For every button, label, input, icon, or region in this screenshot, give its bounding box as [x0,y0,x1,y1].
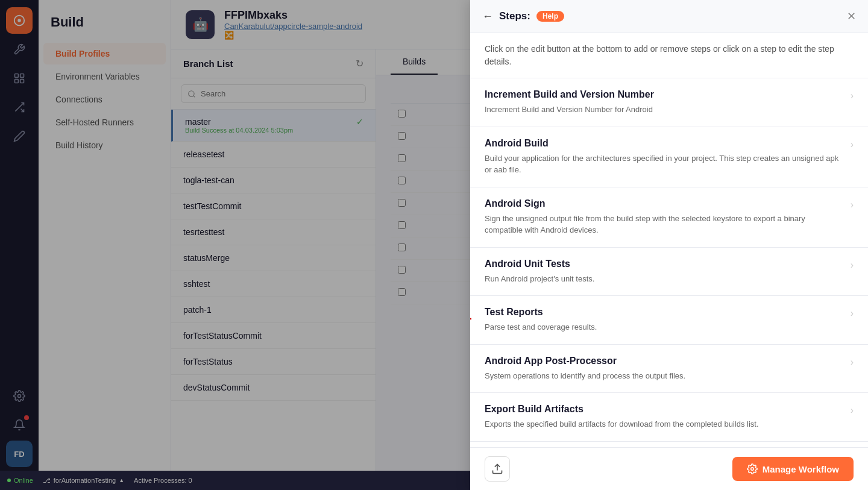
step-desc: Run Android project's unit tests. [485,273,843,285]
steps-panel: ← Steps: Help ✕ Click on the edit button… [470,0,868,490]
step-desc: Build your application for the architect… [485,152,843,176]
step-desc: Sign the unsigned output file from the b… [485,213,843,236]
step-title: Android Build [485,138,843,149]
steps-header-left: ← Steps: Help [482,10,564,23]
step-item-test-reports[interactable]: Test Reports Parse test and coverage res… [470,296,868,345]
steps-list: Increment Build and Version Number Incre… [470,78,868,447]
step-chevron-icon: › [851,260,854,271]
step-title: Android Sign [485,198,843,209]
step-chevron-icon: › [851,308,854,319]
status-processes: Active Processes: 0 [171,477,192,484]
step-content: Android App Post-Processor System operat… [485,356,843,382]
status-bar: Online ⎇ forAutomationTesting ▲ Active P… [171,471,470,490]
step-chevron-icon: › [851,90,854,101]
step-item-android-build[interactable]: Android Build Build your application for… [470,127,868,187]
red-arrow-annotation [470,310,476,330]
step-title: Android App Post-Processor [485,356,843,366]
step-item-android-post-processor[interactable]: Android App Post-Processor System operat… [470,345,868,394]
step-desc: System operations to identify and proces… [485,370,843,382]
step-chevron-icon: › [851,405,854,416]
step-content: Increment Build and Version Number Incre… [485,89,843,116]
step-desc: Parse test and coverage results. [485,321,843,333]
step-title: Increment Build and Version Number [485,89,843,100]
step-content: Export Build Artifacts Exports the speci… [485,404,843,430]
steps-description: Click on the edit button at the bottom t… [470,33,868,78]
step-desc: Increment Build and Version Number for A… [485,104,843,116]
step-item-increment-build[interactable]: Increment Build and Version Number Incre… [470,78,868,127]
step-item-export-build-artifacts[interactable]: Export Build Artifacts Exports the speci… [470,393,868,442]
step-title: Test Reports [485,307,843,318]
step-desc: Exports the specified build artifacts fo… [485,418,843,430]
step-content: Android Build Build your application for… [485,138,843,176]
step-item-android-sign[interactable]: Android Sign Sign the unsigned output fi… [470,187,868,248]
help-badge[interactable]: Help [536,11,564,22]
steps-close-button[interactable]: ✕ [847,10,856,23]
step-chevron-icon: › [851,199,854,210]
step-content: Android Sign Sign the unsigned output fi… [485,198,843,236]
steps-footer: Manage Workflow [470,447,868,490]
steps-title: Steps: [499,10,530,22]
steps-back-button[interactable]: ← [482,10,493,23]
step-item-android-unit-tests[interactable]: Android Unit Tests Run Android project's… [470,248,868,297]
steps-header: ← Steps: Help ✕ [470,0,868,33]
step-content: Android Unit Tests Run Android project's… [485,259,843,285]
manage-workflow-label: Manage Workflow [763,464,839,474]
step-chevron-icon: › [851,357,854,368]
step-chevron-icon: › [851,139,854,150]
step-content: Test Reports Parse test and coverage res… [485,307,843,333]
upload-button[interactable] [485,456,510,482]
svg-point-12 [751,468,754,471]
manage-workflow-button[interactable]: Manage Workflow [732,457,854,481]
modal-overlay [0,0,470,490]
step-title: Export Build Artifacts [485,404,843,415]
step-title: Android Unit Tests [485,259,843,269]
